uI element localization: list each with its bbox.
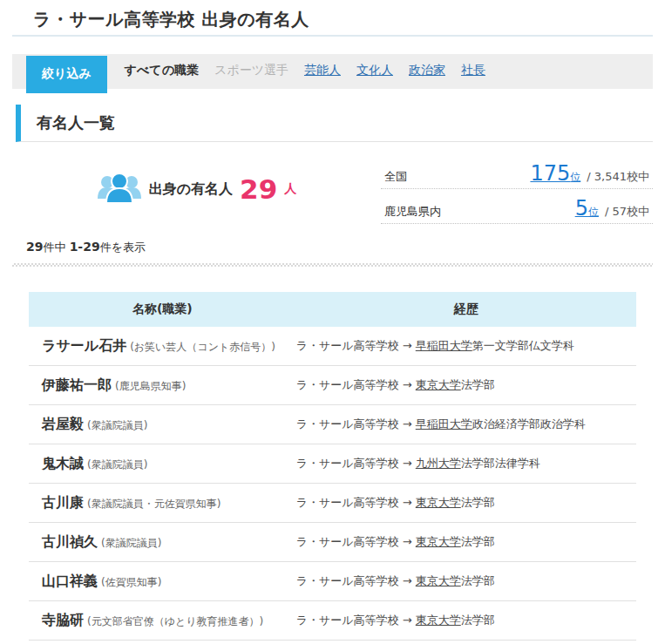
person-name: 寺脇研	[42, 612, 84, 628]
person-name: 鬼木誠	[42, 455, 84, 471]
tab-entertainer[interactable]: 芸能人	[304, 63, 341, 78]
hatched-divider	[12, 263, 653, 267]
person-name: 伊藤祐一郎	[42, 376, 112, 393]
university-link[interactable]: 東京大学	[416, 496, 461, 509]
career-prefix: ラ・サール高等学校 →	[296, 496, 416, 509]
university-link[interactable]: 東京大学	[416, 613, 461, 627]
tab-culture[interactable]: 文化人	[356, 63, 393, 78]
university-link[interactable]: 東京大学	[416, 535, 461, 548]
person-occupation: (衆議院議員)	[87, 458, 147, 471]
rank-row-national: 全国 175位 / 3,541校中	[381, 154, 653, 189]
career-cell: ラ・サール高等学校 → 東京大学法学部	[296, 612, 636, 630]
person-name: ラサール石井	[42, 337, 126, 354]
rank-row-prefecture: 鹿児島県内 5位 / 57校中	[381, 189, 653, 224]
rank-unit: 位	[588, 206, 599, 218]
career-suffix: 法学部	[461, 496, 495, 509]
column-header-career: 経歴	[296, 302, 636, 317]
tab-sports: スポーツ選手	[214, 63, 288, 78]
career-cell: ラ・サール高等学校 → 東京大学法学部	[296, 533, 636, 552]
career-prefix: ラ・サール高等学校 →	[296, 574, 416, 587]
rank-number: 175	[530, 161, 570, 186]
person-name: 古川康	[42, 494, 84, 511]
career-cell: ラ・サール高等学校 → 九州大学法学部法律学科	[296, 455, 636, 473]
career-cell: ラ・サール高等学校 → 東京大学法学部	[296, 494, 636, 512]
result-count-info: 29件中 1-29件を表示	[26, 240, 653, 255]
ranking-list: 全国 175位 / 3,541校中 鹿児島県内 5位 / 57校中	[381, 154, 653, 226]
person-occupation: (衆議院議員・元佐賀県知事)	[87, 498, 221, 510]
tab-politician[interactable]: 政治家	[409, 63, 445, 78]
result-total-suffix: 件中	[43, 241, 65, 254]
career-suffix: 政治経済学部政治学科	[472, 417, 586, 430]
tab-president[interactable]: 社長	[461, 63, 485, 78]
tab-all-occupations[interactable]: すべての職業	[125, 63, 199, 78]
filter-bar: 絞り込み すべての職業 スポーツ選手 芸能人 文化人 政治家 社長	[12, 54, 653, 89]
occupation-tabs: すべての職業 スポーツ選手 芸能人 文化人 政治家 社長	[125, 63, 485, 78]
table-row: 古川康(衆議院議員・元佐賀県知事) ラ・サール高等学校 → 東京大学法学部	[29, 484, 636, 523]
result-range: 1-29	[70, 240, 100, 254]
result-total: 29	[26, 240, 43, 254]
career-suffix: 法学部	[461, 613, 495, 627]
table-row: ラサール石井(お笑い芸人（コント赤信号）) ラ・サール高等学校 → 早稲田大学第…	[29, 327, 636, 366]
career-prefix: ラ・サール高等学校 →	[296, 613, 416, 627]
national-rank-link[interactable]: 175位	[530, 161, 580, 186]
table-row: 鬼木誠(衆議院議員) ラ・サール高等学校 → 九州大学法学部法律学科	[29, 444, 636, 484]
summary-label: 出身の有名人	[149, 180, 233, 199]
university-link[interactable]: 東京大学	[416, 574, 461, 587]
famous-people-table: 名称(職業) 経歴 ラサール石井(お笑い芸人（コント赤信号）) ラ・サール高等学…	[29, 292, 636, 641]
page-title: ラ・サール高等学校 出身の有名人	[12, 0, 653, 31]
result-range-suffix: 件を表示	[100, 241, 146, 254]
alumni-count-unit: 人	[284, 181, 296, 197]
section-heading-famous-people-list: 有名人一覧	[16, 105, 653, 142]
person-name: 岩屋毅	[42, 416, 84, 432]
table-header-row: 名称(職業) 経歴	[29, 292, 636, 327]
table-row: 山口祥義(佐賀県知事) ラ・サール高等学校 → 東京大学法学部	[29, 562, 636, 601]
career-cell: ラ・サール高等学校 → 東京大学法学部	[296, 573, 636, 591]
university-link[interactable]: 東京大学	[416, 378, 461, 391]
page-container: ラ・サール高等学校 出身の有名人 絞り込み すべての職業 スポーツ選手 芸能人 …	[0, 0, 665, 641]
person-occupation: (佐賀県知事)	[101, 576, 161, 588]
table-row: 伊藤祐一郎(鹿児島県知事) ラ・サール高等学校 → 東京大学法学部	[29, 366, 636, 405]
person-occupation: (衆議院議員)	[87, 419, 147, 431]
university-link[interactable]: 早稲田大学	[416, 417, 472, 430]
filter-button[interactable]: 絞り込み	[26, 56, 107, 93]
rank-number: 5	[575, 196, 588, 220]
people-group-icon	[97, 170, 142, 208]
career-suffix: 第一文学部仏文学科	[472, 339, 574, 352]
person-occupation: (鹿児島県知事)	[115, 380, 186, 392]
stats-block: 出身の有名人29人 全国 175位 / 3,541校中 鹿児島県内 5位 / 5…	[12, 153, 653, 226]
career-suffix: 法学部	[461, 378, 495, 391]
career-cell: ラ・サール高等学校 → 東京大学法学部	[296, 376, 636, 395]
column-header-name: 名称(職業)	[29, 302, 296, 317]
rank-unit: 位	[570, 171, 580, 183]
person-occupation: (元文部省官僚（ゆとり教育推進者）)	[87, 615, 263, 627]
table-row: 岩屋毅(衆議院議員) ラ・サール高等学校 → 早稲田大学政治経済学部政治学科	[29, 405, 636, 444]
rank-scope-label: 鹿児島県内	[384, 204, 441, 220]
person-name: 古川禎久	[42, 533, 98, 550]
table-row: 古川禎久(衆議院議員) ラ・サール高等学校 → 東京大学法学部	[29, 523, 636, 562]
career-cell: ラ・サール高等学校 → 早稲田大学政治経済学部政治学科	[296, 416, 636, 434]
career-prefix: ラ・サール高等学校 →	[296, 378, 416, 391]
person-occupation: (衆議院議員)	[101, 537, 161, 549]
rank-total: / 3,541校中	[587, 169, 649, 185]
university-link[interactable]: 早稲田大学	[416, 339, 472, 352]
rank-scope-label: 全国	[384, 169, 407, 185]
career-prefix: ラ・サール高等学校 →	[296, 339, 416, 352]
title-divider	[12, 35, 653, 37]
career-prefix: ラ・サール高等学校 →	[296, 457, 416, 470]
person-occupation: (お笑い芸人（コント赤信号）)	[130, 341, 275, 353]
alumni-count: 29	[240, 176, 277, 203]
career-suffix: 法学部法律学科	[461, 457, 540, 470]
career-cell: ラ・サール高等学校 → 早稲田大学第一文学部仏文学科	[296, 337, 636, 356]
alumni-count-summary: 出身の有名人29人	[12, 153, 381, 226]
prefecture-rank-link[interactable]: 5位	[575, 196, 599, 220]
rank-total: / 57校中	[605, 204, 649, 220]
person-name: 山口祥義	[42, 573, 98, 589]
career-prefix: ラ・サール高等学校 →	[296, 417, 416, 430]
table-row: 寺脇研(元文部省官僚（ゆとり教育推進者）) ラ・サール高等学校 → 東京大学法学…	[29, 601, 636, 641]
career-suffix: 法学部	[461, 574, 495, 587]
career-prefix: ラ・サール高等学校 →	[296, 535, 416, 548]
university-link[interactable]: 九州大学	[416, 457, 461, 470]
career-suffix: 法学部	[461, 535, 495, 548]
